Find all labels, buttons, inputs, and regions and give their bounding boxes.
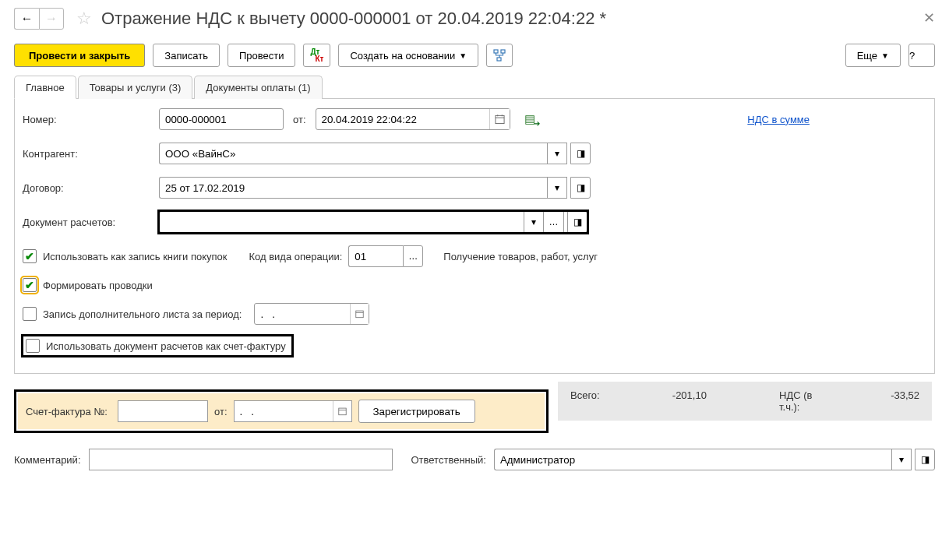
favorite-star-icon[interactable]: ☆ — [76, 9, 92, 29]
register-invoice-button[interactable]: Зарегистрировать — [358, 400, 475, 423]
settlement-doc-input[interactable] — [159, 211, 524, 233]
counterparty-label: Контрагент: — [23, 148, 159, 160]
vat-mode-link[interactable]: НДС в сумме — [747, 114, 810, 125]
invoice-calendar-button[interactable] — [333, 401, 351, 421]
calendar-icon — [355, 308, 364, 319]
counterparty-dropdown-button[interactable]: ▾ — [547, 143, 567, 164]
totals-panel: Всего: -201,10 НДС (в т.ч.): -33,52 — [558, 382, 932, 421]
settlement-doc-group: ▾ … ◨ — [159, 211, 587, 233]
from-label: от: — [293, 114, 306, 125]
save-button[interactable]: Записать — [153, 44, 220, 67]
op-code-label: Код вида операции: — [249, 251, 342, 262]
op-code-input[interactable] — [348, 245, 403, 267]
chevron-down-icon: ▼ — [881, 51, 889, 60]
use-as-book-entry-label: Использовать как запись книги покупок — [43, 251, 227, 262]
responsible-dropdown-button[interactable]: ▾ — [891, 449, 912, 470]
post-button[interactable]: Провести — [228, 44, 296, 67]
nav-forward-button[interactable]: → — [39, 8, 64, 30]
tab-payments[interactable]: Документы оплаты (1) — [194, 76, 322, 99]
calendar-icon — [338, 406, 347, 417]
contract-open-button[interactable]: ◨ — [570, 177, 591, 199]
close-icon[interactable]: ✕ — [923, 9, 935, 26]
dtkt-icon: ДтКт — [310, 48, 323, 62]
total-label: Всего: — [570, 389, 600, 401]
svg-rect-9 — [338, 408, 345, 415]
contract-dropdown-button[interactable]: ▾ — [547, 177, 567, 199]
extra-sheet-label: Запись дополнительного листа за период: — [43, 308, 242, 320]
svg-rect-3 — [495, 115, 503, 123]
svg-rect-2 — [497, 58, 501, 61]
use-as-book-entry-checkbox[interactable]: ✔ — [23, 249, 37, 263]
calendar-icon — [495, 114, 505, 125]
help-button[interactable]: ? — [908, 44, 935, 67]
create-based-on-button[interactable]: Создать на основании ▼ — [338, 44, 478, 67]
extra-sheet-calendar-button[interactable] — [350, 304, 369, 324]
invoice-from-label: от: — [214, 406, 228, 417]
use-settlement-as-invoice-label: Использовать документ расчетов как счет-… — [46, 340, 286, 352]
page-title: Отражение НДС к вычету 0000-000001 от 20… — [101, 9, 606, 29]
vat-value: -33,52 — [891, 389, 919, 401]
settlement-doc-select-button[interactable]: … — [544, 211, 564, 233]
post-and-close-button[interactable]: Провести и закрыть — [14, 44, 145, 67]
responsible-open-button[interactable]: ◨ — [915, 449, 935, 470]
create-based-on-label: Создать на основании — [350, 50, 455, 62]
invoice-label: Счет-фактура №: — [26, 406, 111, 417]
svg-rect-0 — [494, 50, 498, 53]
counterparty-input[interactable] — [159, 143, 547, 164]
calendar-button[interactable] — [489, 109, 510, 129]
invoice-group: Счет-фактура №: от: Зарегистрировать — [14, 389, 549, 433]
extra-sheet-checkbox[interactable] — [23, 307, 37, 321]
vat-label: НДС (в т.ч.): — [779, 389, 818, 413]
settlement-doc-dropdown-button[interactable]: ▾ — [524, 211, 544, 233]
tab-main[interactable]: Главное — [14, 76, 76, 99]
generate-postings-checkbox[interactable]: ✔ — [23, 278, 37, 292]
use-settlement-as-invoice-checkbox[interactable] — [26, 339, 40, 353]
date-input[interactable] — [316, 108, 510, 130]
svg-rect-1 — [501, 50, 505, 53]
settlement-doc-open-button[interactable]: ◨ — [567, 211, 587, 233]
structure-button[interactable] — [486, 44, 513, 67]
total-value: -201,10 — [672, 389, 707, 401]
chevron-down-icon: ▼ — [459, 51, 467, 60]
responsible-input[interactable] — [494, 449, 891, 470]
number-input[interactable] — [159, 108, 284, 130]
comment-label: Комментарий: — [14, 454, 81, 466]
debit-credit-button[interactable]: ДтКт — [303, 44, 330, 67]
counterparty-open-button[interactable]: ◨ — [570, 143, 591, 164]
apply-icon[interactable]: ▤➔ — [524, 112, 535, 126]
more-button[interactable]: Еще ▼ — [845, 44, 901, 67]
op-code-select-button[interactable]: … — [403, 245, 423, 267]
number-label: Номер: — [23, 114, 159, 125]
use-settlement-as-invoice-row: Использовать документ расчетов как счет-… — [23, 336, 292, 356]
svg-rect-7 — [356, 311, 363, 318]
op-code-description: Получение товаров, работ, услуг — [443, 251, 598, 262]
contract-label: Договор: — [23, 182, 159, 194]
more-label: Еще — [857, 50, 877, 62]
responsible-label: Ответственный: — [411, 454, 486, 466]
hierarchy-icon — [493, 49, 506, 62]
contract-input[interactable] — [159, 177, 547, 199]
tab-goods[interactable]: Товары и услуги (3) — [78, 76, 193, 99]
comment-input[interactable] — [89, 449, 393, 470]
settlement-doc-label: Документ расчетов: — [23, 217, 159, 228]
generate-postings-label: Формировать проводки — [43, 280, 153, 291]
invoice-number-input[interactable] — [118, 400, 208, 422]
nav-back-button[interactable]: ← — [14, 8, 39, 30]
